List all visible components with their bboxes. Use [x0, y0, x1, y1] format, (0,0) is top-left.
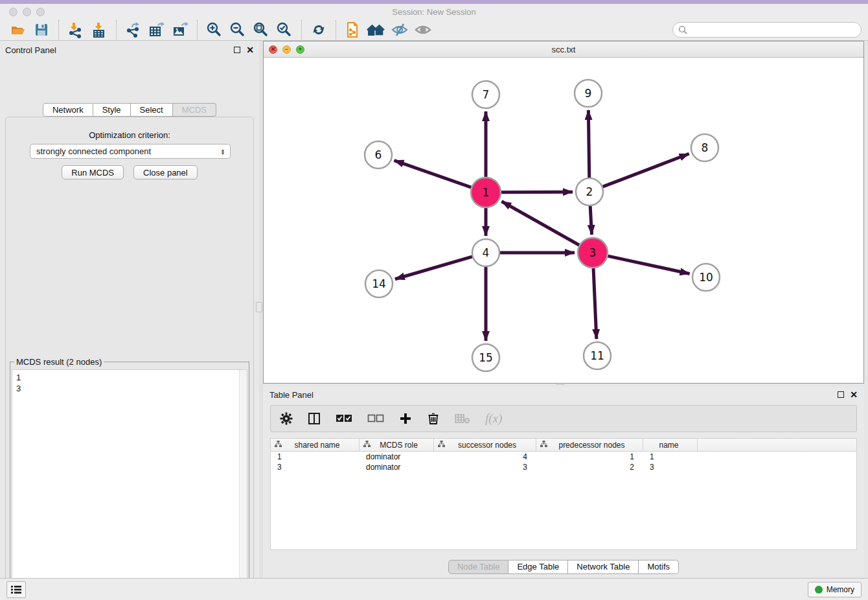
- column-header-name[interactable]: name: [643, 439, 698, 451]
- node-3[interactable]: 3: [578, 238, 608, 268]
- edge-2-3[interactable]: [590, 206, 591, 235]
- open-session-icon[interactable]: [8, 20, 28, 40]
- zoom-out-icon[interactable]: [228, 20, 247, 40]
- deselect-all-icon[interactable]: [367, 414, 384, 423]
- tab-mcds[interactable]: MCDS: [173, 103, 216, 117]
- mcds-result-title: MCDS result (2 nodes): [14, 357, 104, 367]
- first-neighbors-icon[interactable]: [367, 20, 386, 40]
- table-row[interactable]: 3dominator323: [271, 462, 856, 472]
- optimization-criterion-select[interactable]: strongly connected component ▲▼: [30, 144, 231, 159]
- column-header-shared-name[interactable]: shared name: [271, 439, 360, 451]
- add-column-icon[interactable]: [399, 412, 412, 425]
- edge-2-9[interactable]: [588, 110, 589, 178]
- network-canvas[interactable]: 7961284314101511: [264, 58, 863, 383]
- edge-3-1[interactable]: [501, 202, 579, 245]
- edge-3-11[interactable]: [593, 268, 597, 339]
- edge-3-10[interactable]: [608, 256, 689, 273]
- edge-1-2[interactable]: [501, 192, 573, 192]
- column-header-mcds-role[interactable]: MCDS role: [360, 439, 434, 451]
- column-header-predecessor-nodes[interactable]: predecessor nodes: [536, 439, 643, 451]
- tab-node-table[interactable]: Node Table: [448, 560, 509, 574]
- optimization-criterion-label: Optimization criterion:: [6, 130, 253, 140]
- control-panel-header: Control Panel ✕: [0, 41, 259, 59]
- close-panel-icon[interactable]: ✕: [246, 47, 254, 53]
- node-14[interactable]: 14: [365, 270, 393, 297]
- flatten-tree-icon: [363, 441, 371, 450]
- cell-predecessor-nodes: 1: [536, 452, 643, 462]
- node-9[interactable]: 9: [575, 80, 602, 107]
- network-window-title: scc.txt: [264, 45, 863, 54]
- float-panel-icon[interactable]: [234, 47, 240, 53]
- network-view-window: ✕ − + scc.txt 7961284314101511: [263, 41, 864, 384]
- new-network-from-selection-icon[interactable]: [343, 20, 363, 40]
- node-6[interactable]: 6: [365, 141, 392, 168]
- edge-2-8[interactable]: [603, 154, 689, 187]
- flatten-tree-icon: [540, 441, 547, 450]
- zoom-fit-icon[interactable]: [251, 20, 271, 40]
- svg-text:2: 2: [586, 185, 593, 198]
- tab-network[interactable]: Network: [43, 103, 93, 117]
- task-history-button[interactable]: [6, 581, 26, 598]
- table-tabs: Node TableEdge TableNetwork TableMotifs: [263, 560, 864, 574]
- show-all-icon[interactable]: [413, 20, 433, 40]
- import-network-icon[interactable]: [66, 20, 86, 40]
- close-table-panel-icon[interactable]: ✕: [850, 391, 858, 398]
- column-header-successor-nodes[interactable]: successor nodes: [434, 439, 536, 451]
- toolbar-separator: [116, 20, 117, 40]
- svg-text:6: 6: [375, 148, 382, 161]
- table-panel-title: Table Panel: [269, 390, 314, 400]
- table-settings-icon[interactable]: [280, 412, 293, 425]
- app-titlebar: Session: New Session: [0, 4, 868, 19]
- cell-shared-name: 1: [271, 452, 360, 462]
- export-image-icon[interactable]: [170, 20, 190, 40]
- save-session-icon[interactable]: [32, 20, 51, 40]
- node-1[interactable]: 1: [471, 178, 501, 207]
- delete-table-icon[interactable]: [455, 413, 470, 424]
- node-15[interactable]: 15: [472, 344, 499, 371]
- node-4[interactable]: 4: [472, 239, 499, 266]
- control-panel-title: Control Panel: [5, 45, 56, 55]
- zoom-selected-icon[interactable]: [275, 20, 294, 40]
- export-table-icon[interactable]: [147, 20, 166, 40]
- mcds-panel: Optimization criterion: strongly connect…: [5, 117, 254, 600]
- apply-layout-icon[interactable]: [309, 20, 328, 40]
- export-network-icon[interactable]: [124, 20, 143, 40]
- function-builder-icon[interactable]: f(x): [485, 411, 502, 426]
- vertical-splitter-handle[interactable]: [256, 302, 262, 312]
- tab-edge-table[interactable]: Edge Table: [508, 560, 568, 574]
- memory-button[interactable]: Memory: [808, 582, 862, 597]
- network-window-titlebar[interactable]: ✕ − + scc.txt: [264, 41, 863, 58]
- edge-4-14[interactable]: [395, 257, 472, 279]
- hide-selected-icon[interactable]: [390, 20, 409, 40]
- table-panel-header: Table Panel ✕: [263, 387, 864, 402]
- mcds-result-area[interactable]: 1 3: [12, 369, 247, 600]
- node-7[interactable]: 7: [472, 81, 499, 108]
- edge-1-6[interactable]: [394, 161, 472, 188]
- node-2[interactable]: 2: [576, 178, 603, 205]
- import-table-icon[interactable]: [89, 20, 109, 40]
- tab-style[interactable]: Style: [93, 103, 131, 117]
- close-panel-button[interactable]: Close panel: [133, 165, 198, 179]
- search-input[interactable]: [672, 22, 862, 38]
- float-table-panel-icon[interactable]: [838, 391, 844, 398]
- delete-column-icon[interactable]: [427, 412, 440, 425]
- zoom-in-icon[interactable]: [205, 20, 224, 40]
- svg-text:9: 9: [585, 87, 592, 100]
- flatten-tree-icon: [275, 441, 282, 450]
- search-icon: [678, 25, 687, 36]
- tab-select[interactable]: Select: [131, 103, 173, 117]
- column-panel-icon[interactable]: [308, 412, 321, 425]
- node-8[interactable]: 8: [691, 134, 718, 161]
- tab-network-table[interactable]: Network Table: [568, 560, 639, 574]
- table-row[interactable]: 1dominator411: [271, 452, 856, 462]
- tab-motifs[interactable]: Motifs: [639, 560, 679, 574]
- node-11[interactable]: 11: [584, 342, 611, 369]
- select-all-icon[interactable]: [336, 414, 352, 423]
- network-graph[interactable]: 7961284314101511: [264, 58, 863, 383]
- node-10[interactable]: 10: [692, 264, 720, 291]
- svg-text:8: 8: [702, 141, 709, 154]
- cell-shared-name: 3: [271, 462, 360, 472]
- result-scrollbar[interactable]: [239, 370, 247, 600]
- main-toolbar: [0, 19, 868, 41]
- run-mcds-button[interactable]: Run MCDS: [62, 165, 124, 179]
